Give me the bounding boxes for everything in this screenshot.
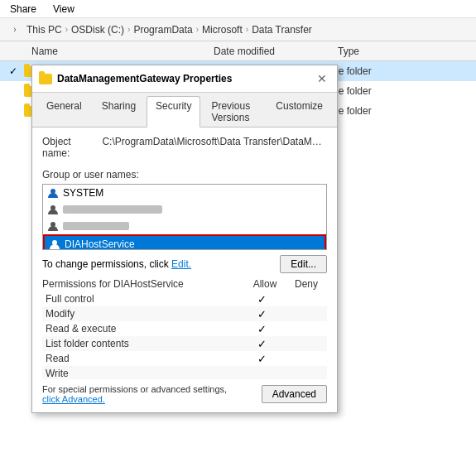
perm-name-write: Write xyxy=(46,368,241,379)
menu-share[interactable]: Share xyxy=(7,2,40,17)
tab-previous-versions[interactable]: Previous Versions xyxy=(202,96,265,127)
advanced-button[interactable]: Advanced xyxy=(262,385,327,403)
user-item-system[interactable]: SYSTEM xyxy=(43,185,326,201)
tabs-bar: General Sharing Security Previous Versio… xyxy=(32,93,337,128)
deny-header: Deny xyxy=(286,278,327,290)
perm-allow-read: ✓ xyxy=(241,353,282,365)
breadcrumb-programdata[interactable]: ProgramData xyxy=(133,24,192,36)
user-icon-diahostservice xyxy=(48,238,61,250)
perm-row-listfolder: List folder contents ✓ xyxy=(42,336,327,351)
file-checkbox-3[interactable] xyxy=(7,104,20,118)
file-type-2: File folder xyxy=(328,85,476,97)
tab-general[interactable]: General xyxy=(37,96,91,127)
group-users-label: Group or user names: xyxy=(42,169,327,180)
perm-row-fullcontrol: Full control ✓ xyxy=(42,291,327,306)
user-item-diahostservice[interactable]: DIAHostService xyxy=(43,234,326,250)
breadcrumb-sep2: › xyxy=(127,25,130,34)
edit-row: To change permissions, click Edit. Edit.… xyxy=(42,255,327,273)
perm-row-modify: Modify ✓ xyxy=(42,306,327,321)
dialog-folder-icon xyxy=(39,74,52,84)
address-bar: › This PC › OSDisk (C:) › ProgramData › … xyxy=(0,18,476,41)
breadcrumb-microsoft[interactable]: Microsoft xyxy=(202,24,243,36)
file-type-3: File folder xyxy=(328,105,476,117)
perm-allow-readexecute: ✓ xyxy=(241,323,282,335)
breadcrumb: This PC › OSDisk (C:) › ProgramData › Mi… xyxy=(26,24,312,36)
perm-name-modify: Modify xyxy=(46,308,241,320)
properties-dialog: DataManagementGateway Properties ✕ Gener… xyxy=(31,65,338,413)
object-name-value: C:\ProgramData\Microsoft\Data Transfer\D… xyxy=(102,136,327,147)
change-permissions-text: To change permissions, click Edit. xyxy=(42,258,191,270)
perm-name-listfolder: List folder contents xyxy=(46,338,241,349)
perm-name-read: Read xyxy=(46,353,241,364)
edit-button[interactable]: Edit... xyxy=(280,255,327,273)
file-checkbox-1[interactable]: ✓ xyxy=(7,65,20,78)
perm-name-fullcontrol: Full control xyxy=(46,293,241,305)
perm-allow-listfolder: ✓ xyxy=(241,338,282,350)
tab-sharing[interactable]: Sharing xyxy=(93,96,145,127)
menu-view[interactable]: View xyxy=(50,2,78,17)
breadcrumb-sep4: › xyxy=(246,25,248,34)
edit-link[interactable]: Edit. xyxy=(171,258,191,270)
dialog-content: Object name: C:\ProgramData\Microsoft\Da… xyxy=(32,128,337,412)
user-name-diahostservice: DIAHostService xyxy=(65,238,135,250)
permissions-table-inner[interactable]: Full control ✓ Modify ✓ Read & execute ✓ xyxy=(42,291,327,379)
user-icon-blurred1 xyxy=(46,203,60,216)
column-headers: Name Date modified Type xyxy=(0,41,476,61)
permissions-label: Permissions for DIAHostService xyxy=(42,278,244,290)
user-icon-blurred2 xyxy=(46,219,60,233)
user-item-blurred2[interactable] xyxy=(43,218,326,234)
breadcrumb-sep1: › xyxy=(65,25,68,34)
perm-row-write: Write xyxy=(42,366,327,379)
user-item-blurred1[interactable] xyxy=(43,201,326,218)
permissions-header: Permissions for DIAHostService Allow Den… xyxy=(42,278,327,290)
col-date-header[interactable]: Date modified xyxy=(214,46,338,57)
user-name-system: SYSTEM xyxy=(63,187,103,199)
advanced-text: For special permissions or advanced sett… xyxy=(42,384,241,404)
perm-allow-fullcontrol: ✓ xyxy=(241,293,282,306)
menu-bar: Share View xyxy=(0,0,476,18)
file-type-1: File folder xyxy=(328,65,476,77)
breadcrumb-osdisk[interactable]: OSDisk (C:) xyxy=(71,24,124,36)
tab-security[interactable]: Security xyxy=(147,96,200,128)
col-type-header[interactable]: Type xyxy=(338,46,476,57)
tab-customize[interactable]: Customize xyxy=(267,96,332,127)
perm-allow-modify: ✓ xyxy=(241,308,282,320)
user-name-blurred1 xyxy=(63,205,162,214)
advanced-row: For special permissions or advanced sett… xyxy=(42,384,327,404)
dialog-title: DataManagementGateway Properties xyxy=(57,73,232,84)
file-checkbox-2[interactable] xyxy=(7,84,20,98)
perm-row-read: Read ✓ xyxy=(42,351,327,366)
breadcrumb-sep3: › xyxy=(196,25,199,34)
permissions-table: Full control ✓ Modify ✓ Read & execute ✓ xyxy=(42,291,327,379)
nav-up-button[interactable]: › xyxy=(7,22,23,38)
dialog-titlebar: DataManagementGateway Properties ✕ xyxy=(32,65,337,93)
allow-header: Allow xyxy=(244,278,286,290)
user-icon-system xyxy=(46,186,60,200)
breadcrumb-pc[interactable]: This PC xyxy=(26,24,62,36)
perm-row-readexecute: Read & execute ✓ xyxy=(42,321,327,336)
dialog-title-left: DataManagementGateway Properties xyxy=(39,73,232,84)
advanced-link[interactable]: click Advanced. xyxy=(42,394,105,404)
object-name-label: Object name: xyxy=(42,136,99,159)
explorer-window: Share View › This PC › OSDisk (C:) › Pro… xyxy=(0,0,476,462)
perm-name-readexecute: Read & execute xyxy=(46,323,241,334)
users-list[interactable]: SYSTEM xyxy=(42,184,327,250)
close-button[interactable]: ✕ xyxy=(314,70,330,87)
col-name-header[interactable]: Name xyxy=(31,46,214,57)
breadcrumb-datatransfer[interactable]: Data Transfer xyxy=(252,24,312,36)
user-name-blurred2 xyxy=(63,222,129,230)
